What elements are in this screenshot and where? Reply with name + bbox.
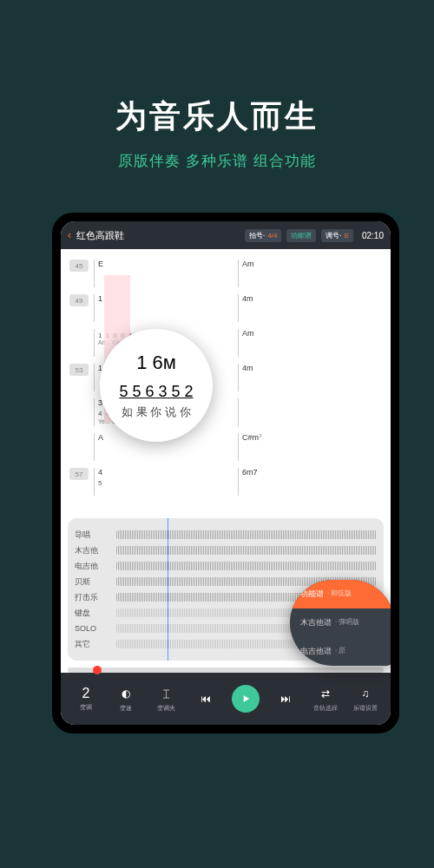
score-type-popover: 功能谱· 和弦版木吉他谱· 弹唱版电吉他谱· 原	[290, 580, 391, 666]
waveform	[116, 546, 377, 555]
track-row[interactable]: 木吉他	[75, 542, 377, 558]
app-screen: ‹ 红色高跟鞋 拍号·4/4 功能谱 调号·E 02:10 45EAm4914m…	[61, 221, 391, 725]
score-area[interactable]: 45EAm4914m1 1 0 0 4 3Ah... Oh...Am5314m3…	[61, 249, 391, 511]
measure-number: 45	[69, 260, 89, 272]
track-label: SOLO	[75, 624, 111, 633]
time-signature-badge[interactable]: 拍号·4/4	[245, 229, 281, 242]
key-badge[interactable]: 调号·E	[321, 229, 353, 242]
score-settings-button[interactable]: ♫ 乐谱设置	[347, 685, 384, 713]
track-label: 其它	[75, 639, 111, 650]
zoom-chords: 1 6м	[136, 352, 176, 374]
skip-back-icon: ⏮	[197, 690, 214, 707]
track-label: 木吉他	[75, 545, 111, 556]
popover-item[interactable]: 木吉他谱· 弹唱版	[290, 608, 391, 637]
chord-cell[interactable]: 45	[94, 468, 238, 496]
chord-cell[interactable]: C#m⁷	[238, 433, 382, 461]
prev-button[interactable]: ⏮	[187, 690, 224, 707]
scrubber[interactable]	[68, 667, 384, 673]
skip-forward-icon: ⏭	[277, 690, 294, 707]
chord-cell[interactable]	[238, 398, 382, 426]
hero-title: 为音乐人而生	[0, 0, 434, 138]
track-label: 导唱	[75, 529, 111, 541]
capo-icon: ⌶	[157, 685, 174, 702]
next-button[interactable]: ⏭	[267, 690, 304, 707]
popover-item[interactable]: 电吉他谱· 原	[290, 637, 391, 666]
play-icon	[240, 693, 252, 705]
gauge-icon: ◐	[117, 685, 135, 702]
score-type-badge[interactable]: 功能谱	[286, 229, 316, 242]
score-row: AC#m⁷	[69, 433, 382, 461]
zoom-lens: 1 6м 5 5 6 3 5 2 如 果 你 说 你	[100, 329, 213, 442]
song-title: 红色高跟鞋	[76, 229, 240, 242]
bottom-bar: 2 变调 ◐ 变速 ⌶ 变调夹 ⏮ ⏭ ⇄	[61, 673, 391, 725]
time-display: 02:10	[362, 231, 384, 240]
back-icon[interactable]: ‹	[68, 229, 71, 241]
track-row[interactable]: 导唱	[75, 527, 377, 542]
chord-cell[interactable]: 4m	[238, 294, 382, 322]
track-label: 电吉他	[75, 561, 111, 572]
chord-cell[interactable]: Am	[238, 329, 382, 357]
sliders-icon: ⇄	[317, 685, 334, 702]
tablet-frame: ‹ 红色高跟鞋 拍号·4/4 功能谱 调号·E 02:10 45EAm4914m…	[52, 213, 399, 733]
chord-cell[interactable]: 4m	[238, 364, 382, 391]
capo-control[interactable]: ⌶ 变调夹	[148, 685, 184, 713]
track-label: 贝斯	[75, 576, 111, 588]
measure-number: 49	[69, 294, 89, 306]
transpose-control[interactable]: 2 变调	[68, 686, 104, 712]
chord-cell[interactable]: 6m7	[238, 468, 382, 496]
speed-control[interactable]: ◐ 变速	[108, 685, 144, 713]
chord-cell[interactable]: Am	[238, 260, 382, 287]
measure-number: 57	[69, 468, 89, 480]
top-bar: ‹ 红色高跟鞋 拍号·4/4 功能谱 调号·E 02:10	[61, 221, 391, 249]
zoom-notes: 5 5 6 3 5 2	[119, 383, 193, 401]
zoom-lyrics: 如 果 你 说 你	[122, 404, 190, 420]
hero-subtitle: 原版伴奏 多种乐谱 组合功能	[0, 151, 434, 171]
waveform	[116, 562, 377, 570]
measure-number: 53	[69, 364, 89, 376]
waveform	[116, 530, 377, 539]
play-button[interactable]	[227, 685, 264, 713]
track-label: 键盘	[75, 608, 111, 619]
track-row[interactable]: 电吉他	[75, 558, 377, 574]
score-row: 57456m7	[69, 468, 382, 496]
mixer-button[interactable]: ⇄ 音轨选择	[307, 685, 344, 713]
track-label: 打击乐	[75, 592, 111, 603]
music-icon: ♫	[357, 685, 374, 702]
